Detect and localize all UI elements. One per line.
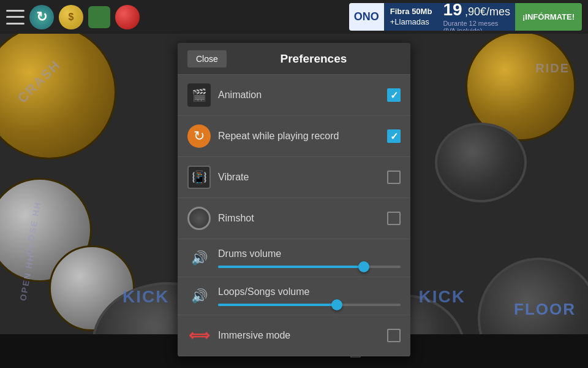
vibrate-label: Vibrate — [218, 172, 387, 183]
repeat-icon — [187, 125, 211, 148]
loops-volume-icon: 🔊 — [187, 285, 211, 308]
animation-preference: Animation — [178, 75, 410, 116]
refresh-button[interactable]: ↻ — [29, 5, 54, 29]
vibrate-icon — [187, 166, 211, 189]
loops-volume-thumb[interactable] — [331, 299, 342, 310]
toolbar-left: ↻ $ — [6, 5, 140, 29]
close-button[interactable]: Close — [187, 50, 227, 67]
repeat-preference: Repeat while playing record — [178, 116, 410, 157]
immersive-checkbox[interactable] — [387, 329, 401, 342]
repeat-label: Repeat while playing record — [218, 131, 387, 142]
immersive-preference: Immersive mode — [178, 315, 410, 356]
dialog-overlay: Close Preferences Animation Repeat while… — [0, 34, 588, 334]
drums-volume-fill — [218, 266, 364, 268]
loops-volume-fill — [218, 304, 337, 306]
record-button[interactable] — [88, 6, 110, 28]
ad-banner: ONO Fibra 50Mb +Llamadas 19 ,90€/mes Dur… — [349, 3, 582, 31]
loops-volume-preference: 🔊 Loops/Songs volume — [178, 277, 410, 315]
drums-volume-preference: 🔊 Drums volume — [178, 239, 410, 277]
drums-volume-label: Drums volume — [218, 248, 401, 259]
dialog-content: Animation Repeat while playing record Vi… — [178, 75, 410, 356]
drums-volume-thumb[interactable] — [358, 261, 369, 272]
ad-text: Fibra 50Mb +Llamadas — [384, 7, 439, 28]
vibrate-checkbox[interactable] — [387, 171, 401, 184]
animation-icon — [187, 83, 211, 107]
loops-volume-track[interactable] — [218, 304, 401, 306]
animation-label: Animation — [218, 90, 387, 101]
repeat-checkbox[interactable] — [387, 129, 401, 143]
rimshot-preference: Rimshot — [178, 198, 410, 239]
ad-brand: ONO — [349, 3, 384, 31]
ad-cta-button[interactable]: ¡INFÓRMATE! — [515, 3, 582, 31]
drums-volume-icon: 🔊 — [187, 247, 211, 270]
drums-volume-control: Drums volume — [218, 248, 401, 268]
immersive-icon — [187, 324, 211, 347]
vibrate-preference: Vibrate — [178, 157, 410, 198]
coin-button[interactable]: $ — [59, 5, 83, 29]
animation-checkbox[interactable] — [387, 88, 401, 102]
preferences-dialog: Close Preferences Animation Repeat while… — [178, 43, 410, 356]
immersive-label: Immersive mode — [218, 330, 387, 341]
top-toolbar: ↻ $ ONO Fibra 50Mb +Llamadas 19 ,90€/mes… — [0, 0, 588, 34]
rimshot-icon — [187, 207, 211, 230]
rimshot-label: Rimshot — [218, 213, 387, 224]
ad-price: 19 ,90€/mes Durante 12 meses (IVA inclui… — [438, 3, 515, 31]
menu-button[interactable] — [6, 10, 24, 25]
stop-button[interactable] — [115, 5, 140, 29]
loops-volume-control: Loops/Songs volume — [218, 286, 401, 306]
rimshot-checkbox[interactable] — [387, 212, 401, 225]
dialog-title: Preferences — [227, 52, 401, 66]
dialog-header: Close Preferences — [178, 43, 410, 75]
drums-volume-track[interactable] — [218, 266, 401, 268]
loops-volume-label: Loops/Songs volume — [218, 286, 401, 297]
